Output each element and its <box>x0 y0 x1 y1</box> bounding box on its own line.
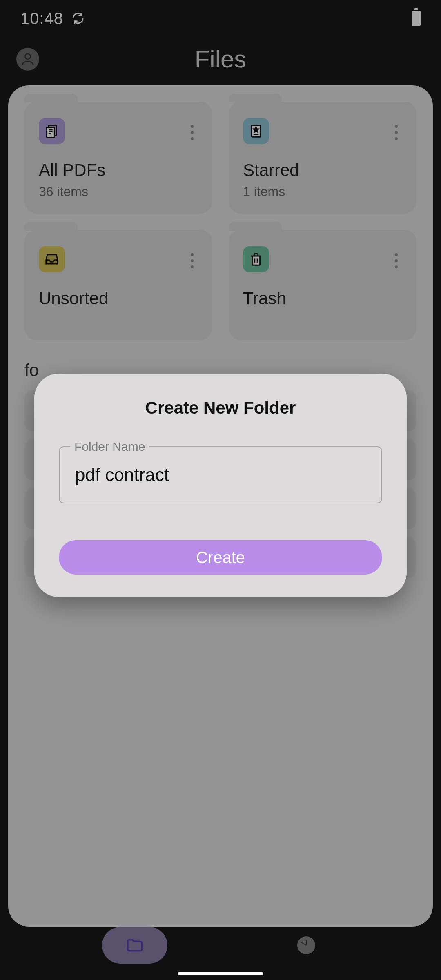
create-folder-modal: Create New Folder Folder Name Create <box>34 374 407 597</box>
input-label: Folder Name <box>70 440 149 454</box>
folder-name-field-wrap: Folder Name <box>59 446 382 503</box>
folder-name-input[interactable] <box>59 446 382 503</box>
modal-title: Create New Folder <box>59 398 382 418</box>
create-button[interactable]: Create <box>59 540 382 575</box>
home-indicator[interactable] <box>178 972 263 975</box>
